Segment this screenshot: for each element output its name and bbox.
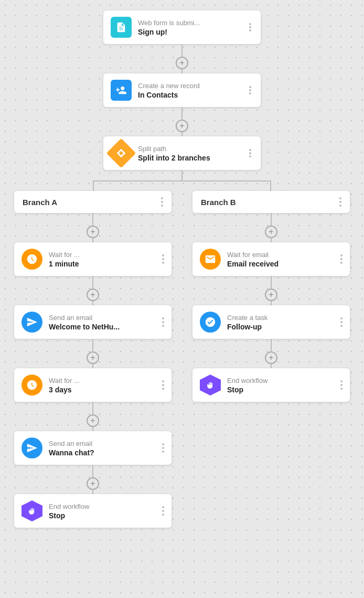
line xyxy=(271,238,272,242)
line xyxy=(181,44,183,57)
task-icon xyxy=(200,312,221,333)
add-step-btn-1[interactable]: + xyxy=(176,57,188,69)
send-email-1-menu[interactable] xyxy=(162,317,164,327)
branch-a-label: Branch A xyxy=(23,198,57,207)
line xyxy=(92,465,93,477)
create-task-title: Follow-up xyxy=(227,323,334,331)
workflow-canvas: Web form is submi... Sign up! + Create a… xyxy=(0,0,364,538)
split-horizontal-connector xyxy=(4,170,360,191)
clock-icon xyxy=(22,249,42,270)
connector-1: + xyxy=(176,44,188,73)
add-a2[interactable]: + xyxy=(87,289,99,301)
add-step-btn-2[interactable]: + xyxy=(176,120,188,132)
split-menu[interactable] xyxy=(247,147,253,159)
send-icon-2 xyxy=(22,437,42,458)
line xyxy=(92,364,93,368)
conn-a5: + xyxy=(87,465,99,494)
trigger-card-text: Web form is submi... Sign up! xyxy=(138,19,241,36)
line xyxy=(181,170,183,180)
branch-b-col: Branch B + Wait for email Email received xyxy=(182,191,360,402)
add-b1[interactable]: + xyxy=(265,226,277,238)
wait-email-card[interactable]: Wait for email Email received xyxy=(192,242,350,276)
stop-icon-a xyxy=(22,500,42,521)
person-add-icon xyxy=(111,80,132,101)
wait-minute-label: Wait for ... xyxy=(49,251,156,259)
send-email-2-text: Send an email Wanna chat? xyxy=(49,440,156,457)
wait-days-title: 3 days xyxy=(49,386,156,394)
line xyxy=(181,132,183,136)
end-workflow-b-title: Stop xyxy=(227,386,334,394)
line xyxy=(92,213,93,226)
line xyxy=(271,276,272,289)
send-email-1-text: Send an email Welcome to NetHu... xyxy=(49,314,156,331)
wait-minute-text: Wait for ... 1 minute xyxy=(49,251,156,268)
wait-minute-menu[interactable] xyxy=(162,254,164,264)
create-record-card[interactable]: Create a new record In Contacts xyxy=(103,73,261,107)
wait-email-menu[interactable] xyxy=(340,254,342,264)
line xyxy=(271,364,272,368)
create-task-menu[interactable] xyxy=(340,317,342,327)
branch-a-col: Branch A + Wait for ... 1 minute xyxy=(4,191,182,528)
send-email-2-card[interactable]: Send an email Wanna chat? xyxy=(14,431,172,465)
trigger-card[interactable]: Web form is submi... Sign up! xyxy=(103,10,261,44)
branch-a-header[interactable]: Branch A xyxy=(14,191,172,213)
branch-b-header[interactable]: Branch B xyxy=(192,191,350,213)
conn-a2: + xyxy=(87,276,99,305)
line xyxy=(92,301,93,305)
branch-b-menu[interactable] xyxy=(339,197,341,207)
line xyxy=(93,180,271,181)
wait-days-menu[interactable] xyxy=(162,380,164,390)
line xyxy=(92,490,93,494)
end-workflow-b-text: End workflow Stop xyxy=(227,377,334,394)
add-a4[interactable]: + xyxy=(87,414,99,427)
create-record-menu[interactable] xyxy=(247,84,253,97)
trigger-label: Web form is submi... xyxy=(138,19,241,27)
create-record-text: Create a new record In Contacts xyxy=(138,82,241,99)
line xyxy=(181,69,183,73)
branch-a-menu[interactable] xyxy=(161,197,163,207)
add-b3[interactable]: + xyxy=(265,351,277,364)
wait-email-text: Wait for email Email received xyxy=(227,251,334,268)
create-task-card[interactable]: Create a task Follow-up xyxy=(192,305,350,339)
end-workflow-a-title: Stop xyxy=(49,511,156,520)
clock-icon-2 xyxy=(22,375,42,396)
wait-minute-card[interactable]: Wait for ... 1 minute xyxy=(14,242,172,276)
end-b-menu[interactable] xyxy=(340,380,342,390)
create-record-label: Create a new record xyxy=(138,82,241,90)
wait-days-card[interactable]: Wait for ... 3 days xyxy=(14,368,172,402)
line xyxy=(92,238,93,242)
conn-b3: + xyxy=(265,339,277,368)
create-task-text: Create a task Follow-up xyxy=(227,314,334,331)
end-workflow-a-card[interactable]: End workflow Stop xyxy=(14,494,172,528)
branch-b-label: Branch B xyxy=(201,198,236,207)
split-label: Split path xyxy=(138,145,241,153)
line xyxy=(92,276,93,289)
send-icon-1 xyxy=(22,312,42,333)
split-path-card[interactable]: Split path Split into 2 branches xyxy=(103,136,261,170)
send-email-1-label: Send an email xyxy=(49,314,156,322)
email-wait-icon xyxy=(200,249,221,270)
conn-a1: + xyxy=(87,213,99,242)
add-a5[interactable]: + xyxy=(87,477,99,490)
end-a-menu[interactable] xyxy=(162,506,164,516)
send-email-2-label: Send an email xyxy=(49,440,156,447)
line xyxy=(271,301,272,305)
line xyxy=(92,339,93,351)
branches-row: Branch A + Wait for ... 1 minute xyxy=(4,191,360,528)
add-a3[interactable]: + xyxy=(87,351,99,364)
add-a1[interactable]: + xyxy=(87,226,99,238)
form-icon xyxy=(111,17,132,38)
stop-icon-b xyxy=(200,375,221,396)
create-task-label: Create a task xyxy=(227,314,334,322)
send-email-2-menu[interactable] xyxy=(162,443,164,453)
send-email-1-card[interactable]: Send an email Welcome to NetHu... xyxy=(14,305,172,339)
add-b2[interactable]: + xyxy=(265,289,277,301)
line xyxy=(271,213,272,226)
wait-email-label: Wait for email xyxy=(227,251,334,259)
conn-b1: + xyxy=(265,213,277,242)
split-title: Split into 2 branches xyxy=(138,154,241,162)
end-workflow-b-card[interactable]: End workflow Stop xyxy=(192,368,350,402)
trigger-menu[interactable] xyxy=(247,21,253,34)
end-workflow-a-text: End workflow Stop xyxy=(49,503,156,520)
split-icon xyxy=(106,138,136,168)
